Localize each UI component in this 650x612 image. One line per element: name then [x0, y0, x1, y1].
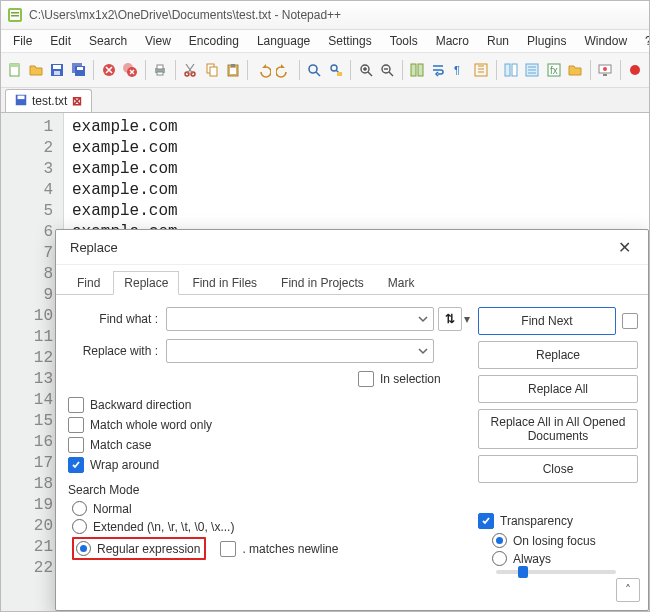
- indent-guide-icon[interactable]: [471, 58, 490, 82]
- app-icon: [7, 7, 23, 23]
- doc-list-icon[interactable]: [523, 58, 542, 82]
- toolbar-separator: [247, 60, 248, 80]
- svg-rect-5: [10, 64, 19, 67]
- line-number: 11: [1, 327, 53, 348]
- code-line: example.com: [72, 117, 649, 138]
- dialog-close-icon[interactable]: ✕: [610, 233, 638, 261]
- search-mode-label: Search Mode: [68, 483, 468, 497]
- menu-macro[interactable]: Macro: [428, 32, 477, 50]
- zoom-out-icon[interactable]: [377, 58, 396, 82]
- copy-icon[interactable]: [202, 58, 221, 82]
- transparency-on-losing-radio[interactable]: [492, 533, 507, 548]
- zoom-in-icon[interactable]: [356, 58, 375, 82]
- code-line: example.com: [72, 180, 649, 201]
- replace-dialog: Replace ✕ Find Replace Find in Files Fin…: [55, 229, 649, 611]
- replace-all-opened-button[interactable]: Replace All in All Opened Documents: [478, 409, 638, 449]
- doc-map-icon[interactable]: [502, 58, 521, 82]
- disk-icon: [14, 93, 28, 110]
- file-tab[interactable]: test.txt ⊠: [5, 89, 92, 112]
- backward-checkbox[interactable]: [68, 397, 84, 413]
- menu-window[interactable]: Window: [576, 32, 635, 50]
- tab-replace[interactable]: Replace: [113, 271, 179, 295]
- open-file-icon[interactable]: [26, 58, 45, 82]
- find-next-button[interactable]: Find Next: [478, 307, 616, 335]
- in-selection-checkbox[interactable]: [358, 371, 374, 387]
- cut-icon[interactable]: [181, 58, 200, 82]
- save-icon[interactable]: [48, 58, 67, 82]
- swap-dropdown-icon[interactable]: ▾: [462, 312, 472, 326]
- menu-file[interactable]: File: [5, 32, 40, 50]
- menu-tools[interactable]: Tools: [382, 32, 426, 50]
- paste-icon[interactable]: [223, 58, 242, 82]
- wrap-icon[interactable]: [429, 58, 448, 82]
- search-mode-normal-label: Normal: [93, 502, 132, 516]
- replace-icon[interactable]: [326, 58, 345, 82]
- replace-all-button[interactable]: Replace All: [478, 375, 638, 403]
- svg-rect-17: [157, 72, 163, 75]
- toolbar-separator: [620, 60, 621, 80]
- svg-point-41: [603, 67, 607, 71]
- menu-run[interactable]: Run: [479, 32, 517, 50]
- save-all-icon[interactable]: [69, 58, 88, 82]
- search-mode-normal-radio[interactable]: [72, 501, 87, 516]
- menu-help[interactable]: ?: [637, 32, 650, 50]
- toolbar-separator: [145, 60, 146, 80]
- svg-text:fx: fx: [550, 65, 558, 76]
- tab-find-in-files[interactable]: Find in Files: [181, 271, 268, 295]
- find-next-direction-checkbox[interactable]: [622, 313, 638, 329]
- menu-search[interactable]: Search: [81, 32, 135, 50]
- transparency-slider[interactable]: [496, 570, 616, 574]
- line-number: 6: [1, 222, 53, 243]
- expand-dialog-icon[interactable]: ˄: [616, 578, 640, 602]
- search-mode-extended-radio[interactable]: [72, 519, 87, 534]
- wrap-around-checkbox[interactable]: [68, 457, 84, 473]
- menu-view[interactable]: View: [137, 32, 179, 50]
- menu-edit[interactable]: Edit: [42, 32, 79, 50]
- whole-word-checkbox[interactable]: [68, 417, 84, 433]
- monitor-icon[interactable]: [596, 58, 615, 82]
- match-case-checkbox[interactable]: [68, 437, 84, 453]
- find-icon[interactable]: [305, 58, 324, 82]
- redo-icon[interactable]: [275, 58, 294, 82]
- function-list-icon[interactable]: fx: [544, 58, 563, 82]
- replace-button[interactable]: Replace: [478, 341, 638, 369]
- close-all-icon[interactable]: [120, 58, 139, 82]
- menu-language[interactable]: Language: [249, 32, 318, 50]
- search-mode-extended-label: Extended (\n, \r, \t, \0, \x...): [93, 520, 234, 534]
- find-what-input[interactable]: [166, 307, 434, 331]
- slider-thumb[interactable]: [518, 566, 528, 578]
- menu-plugins[interactable]: Plugins: [519, 32, 574, 50]
- transparency-checkbox[interactable]: [478, 513, 494, 529]
- search-mode-regex-radio[interactable]: [76, 541, 91, 556]
- transparency-always-radio[interactable]: [492, 551, 507, 566]
- svg-rect-3: [11, 15, 19, 17]
- replace-with-input[interactable]: [166, 339, 434, 363]
- file-tab-close-icon[interactable]: ⊠: [71, 95, 83, 107]
- print-icon[interactable]: [150, 58, 169, 82]
- tab-mark[interactable]: Mark: [377, 271, 426, 295]
- menu-encoding[interactable]: Encoding: [181, 32, 247, 50]
- record-macro-icon[interactable]: [626, 58, 645, 82]
- title-bar: C:\Users\mx1x2\OneDrive\Documents\test.t…: [1, 1, 649, 30]
- show-all-chars-icon[interactable]: ¶: [450, 58, 469, 82]
- menu-settings[interactable]: Settings: [320, 32, 379, 50]
- file-tab-bar: test.txt ⊠: [1, 88, 649, 113]
- svg-rect-35: [512, 64, 517, 76]
- swap-fields-button[interactable]: ⇅: [438, 307, 462, 331]
- regex-highlight: Regular expression: [72, 537, 206, 560]
- svg-rect-16: [157, 65, 163, 69]
- sync-v-icon[interactable]: [407, 58, 426, 82]
- app-window: C:\Users\mx1x2\OneDrive\Documents\test.t…: [0, 0, 650, 612]
- transparency-label: Transparency: [500, 514, 573, 528]
- close-icon[interactable]: [99, 58, 118, 82]
- folder-view-icon[interactable]: [565, 58, 584, 82]
- undo-icon[interactable]: [253, 58, 272, 82]
- dialog-title: Replace: [70, 240, 118, 255]
- new-file-icon[interactable]: [5, 58, 24, 82]
- line-number: 13: [1, 369, 53, 390]
- code-line: example.com: [72, 159, 649, 180]
- tab-find-in-projects[interactable]: Find in Projects: [270, 271, 375, 295]
- tab-find[interactable]: Find: [66, 271, 111, 295]
- close-button[interactable]: Close: [478, 455, 638, 483]
- matches-newline-checkbox[interactable]: [220, 541, 236, 557]
